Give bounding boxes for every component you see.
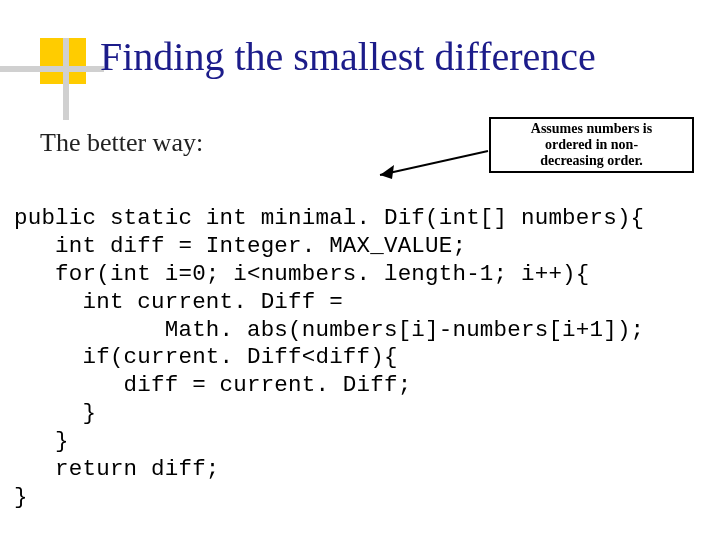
deco-bar-h-icon xyxy=(0,66,104,72)
deco-bar-v-icon xyxy=(63,38,69,120)
code-line: } xyxy=(14,484,28,510)
note-line: ordered in non- xyxy=(545,137,638,152)
assumption-note: Assumes numbers is ordered in non- decre… xyxy=(489,117,694,173)
code-line: if(current. Diff<diff){ xyxy=(14,344,398,370)
arrow-icon xyxy=(370,145,490,185)
code-line: } xyxy=(14,428,69,454)
slide-subhead: The better way: xyxy=(40,128,203,158)
svg-marker-1 xyxy=(380,165,394,179)
slide: Finding the smallest difference The bett… xyxy=(0,0,720,540)
corner-decoration xyxy=(0,38,104,120)
code-line: } xyxy=(14,400,96,426)
code-line: return diff; xyxy=(14,456,220,482)
code-line: public static int minimal. Dif(int[] num… xyxy=(14,205,644,231)
note-line: Assumes numbers is xyxy=(531,121,652,136)
slide-title: Finding the smallest difference xyxy=(100,36,690,78)
code-line: for(int i=0; i<numbers. length-1; i++){ xyxy=(14,261,590,287)
note-line: decreasing order. xyxy=(540,153,643,168)
code-block: public static int minimal. Dif(int[] num… xyxy=(14,205,644,512)
code-line: int diff = Integer. MAX_VALUE; xyxy=(14,233,466,259)
code-line: diff = current. Diff; xyxy=(14,372,411,398)
code-line: Math. abs(numbers[i]-numbers[i+1]); xyxy=(14,317,644,343)
svg-line-0 xyxy=(380,151,488,175)
code-line: int current. Diff = xyxy=(14,289,343,315)
